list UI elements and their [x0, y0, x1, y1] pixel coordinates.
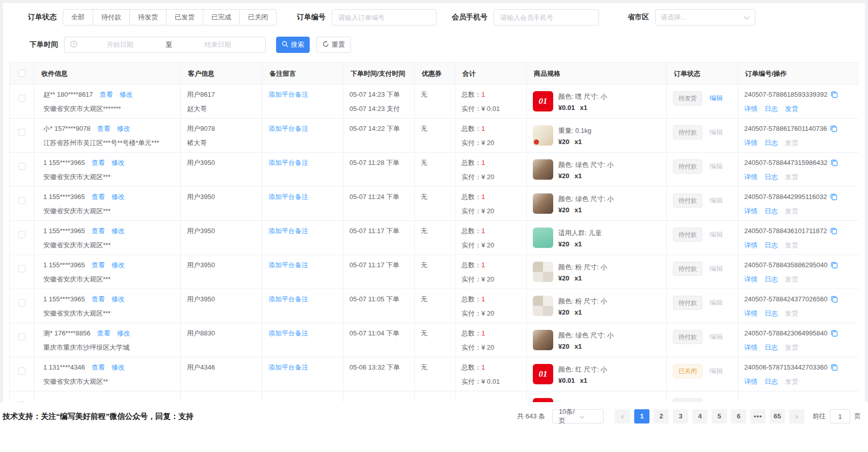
- detail-link[interactable]: 详情: [744, 272, 757, 287]
- log-link[interactable]: 日志: [765, 204, 778, 218]
- select-all-checkbox[interactable]: [18, 70, 25, 77]
- ship-link[interactable]: 发货: [785, 102, 798, 116]
- row-checkbox[interactable]: [18, 402, 25, 402]
- page-button[interactable]: 65: [770, 409, 785, 423]
- region-select[interactable]: 请选择...: [655, 9, 755, 25]
- order-no-input[interactable]: [332, 9, 437, 25]
- edit-order-link[interactable]: 编辑: [710, 159, 723, 174]
- order-status-option[interactable]: 待发货: [129, 9, 167, 25]
- view-receiver-link[interactable]: 查看: [97, 326, 111, 341]
- page-more-button[interactable]: •••: [750, 409, 766, 423]
- modify-receiver-link[interactable]: 修改: [112, 156, 125, 170]
- detail-link[interactable]: 详情: [744, 102, 757, 116]
- detail-link[interactable]: 详情: [744, 136, 757, 150]
- view-receiver-link[interactable]: 查看: [92, 292, 105, 306]
- edit-order-link[interactable]: 编辑: [710, 228, 723, 242]
- log-link[interactable]: 日志: [765, 102, 778, 116]
- log-link[interactable]: 日志: [765, 341, 778, 355]
- log-link[interactable]: 日志: [765, 306, 778, 321]
- row-checkbox[interactable]: [18, 333, 25, 341]
- detail-link[interactable]: 详情: [744, 204, 757, 218]
- modify-receiver-link[interactable]: 修改: [112, 292, 125, 306]
- view-receiver-link[interactable]: 查看: [92, 156, 105, 170]
- copy-icon[interactable]: [830, 193, 837, 201]
- log-link[interactable]: 日志: [765, 238, 778, 252]
- ship-link[interactable]: 发货: [785, 272, 798, 287]
- ship-link[interactable]: 发货: [785, 204, 798, 218]
- log-link[interactable]: 日志: [765, 170, 778, 184]
- copy-icon[interactable]: [831, 364, 838, 371]
- page-button[interactable]: 5: [712, 409, 727, 423]
- page-button[interactable]: 6: [731, 409, 746, 423]
- ship-link[interactable]: 发货: [785, 306, 798, 321]
- view-receiver-link[interactable]: 查看: [92, 190, 105, 204]
- add-remark-link[interactable]: 添加平台备注: [268, 159, 308, 166]
- row-checkbox[interactable]: [18, 95, 25, 102]
- row-checkbox[interactable]: [18, 231, 25, 238]
- ship-link[interactable]: 发货: [785, 136, 798, 150]
- edit-order-link[interactable]: 编辑: [710, 125, 723, 139]
- detail-link[interactable]: 详情: [744, 170, 757, 184]
- order-status-option[interactable]: 全部: [63, 9, 93, 25]
- edit-order-link[interactable]: 编辑: [710, 364, 723, 378]
- row-checkbox[interactable]: [18, 163, 25, 170]
- copy-icon[interactable]: [831, 159, 838, 166]
- copy-icon[interactable]: [831, 262, 838, 269]
- order-status-option[interactable]: 待付款: [93, 9, 130, 25]
- detail-link[interactable]: 详情: [744, 375, 757, 389]
- copy-icon[interactable]: [831, 91, 838, 98]
- modify-receiver-link[interactable]: 修改: [117, 122, 130, 136]
- modify-receiver-link[interactable]: 修改: [117, 326, 130, 341]
- view-receiver-link[interactable]: 查看: [92, 224, 105, 238]
- view-receiver-link[interactable]: 查看: [97, 122, 111, 136]
- add-remark-link[interactable]: 添加平台备注: [268, 329, 308, 337]
- detail-link[interactable]: 详情: [744, 341, 757, 355]
- goto-page-input[interactable]: [830, 409, 850, 423]
- copy-icon[interactable]: [831, 296, 838, 303]
- member-phone-input[interactable]: [494, 9, 599, 25]
- add-remark-link[interactable]: 添加平台备注: [268, 193, 308, 201]
- copy-icon[interactable]: [831, 330, 838, 337]
- order-status-option[interactable]: 已完成: [203, 9, 240, 25]
- view-receiver-link[interactable]: 查看: [92, 258, 105, 272]
- add-remark-link[interactable]: 添加平台备注: [268, 363, 308, 371]
- add-remark-link[interactable]: 添加平台备注: [268, 91, 308, 98]
- modify-receiver-link[interactable]: 修改: [112, 224, 125, 238]
- ship-link[interactable]: 发货: [785, 375, 798, 389]
- modify-receiver-link[interactable]: 修改: [112, 360, 125, 375]
- log-link[interactable]: 日志: [765, 272, 778, 287]
- edit-order-link[interactable]: 编辑: [710, 296, 723, 310]
- copy-icon[interactable]: [830, 125, 837, 132]
- next-page-button[interactable]: ›: [789, 409, 804, 423]
- row-checkbox[interactable]: [18, 197, 25, 204]
- order-status-option[interactable]: 已关闭: [239, 9, 277, 25]
- start-date-input[interactable]: 开始日期: [77, 40, 162, 49]
- add-remark-link[interactable]: 添加平台备注: [268, 295, 308, 303]
- page-button[interactable]: 2: [654, 409, 669, 423]
- order-status-option[interactable]: 已发货: [166, 9, 203, 25]
- view-receiver-link[interactable]: 查看: [100, 88, 113, 102]
- edit-order-link[interactable]: 编辑: [710, 193, 723, 208]
- row-checkbox[interactable]: [18, 129, 25, 136]
- ship-link[interactable]: 发货: [785, 238, 798, 252]
- edit-order-link[interactable]: 编辑: [710, 330, 723, 344]
- order-time-range-picker[interactable]: 开始日期 至 结束日期: [64, 37, 266, 53]
- row-checkbox[interactable]: [18, 368, 25, 375]
- modify-receiver-link[interactable]: 修改: [120, 88, 133, 102]
- ship-link[interactable]: 发货: [785, 170, 798, 184]
- add-remark-link[interactable]: 添加平台备注: [268, 261, 308, 269]
- search-button[interactable]: 搜索: [276, 37, 310, 53]
- log-link[interactable]: 日志: [765, 375, 778, 389]
- reset-button[interactable]: 重置: [316, 37, 351, 53]
- log-link[interactable]: 日志: [765, 136, 778, 150]
- add-remark-link[interactable]: 添加平台备注: [268, 227, 308, 235]
- detail-link[interactable]: 详情: [744, 238, 757, 252]
- edit-order-link[interactable]: 编辑: [710, 91, 723, 105]
- page-size-select[interactable]: 10条/页: [552, 409, 604, 423]
- copy-icon[interactable]: [830, 228, 837, 235]
- page-button[interactable]: 1: [634, 409, 649, 423]
- row-checkbox[interactable]: [18, 299, 25, 306]
- add-remark-link[interactable]: 添加平台备注: [268, 125, 308, 132]
- prev-page-button[interactable]: ‹: [615, 409, 630, 423]
- page-button[interactable]: 4: [692, 409, 708, 423]
